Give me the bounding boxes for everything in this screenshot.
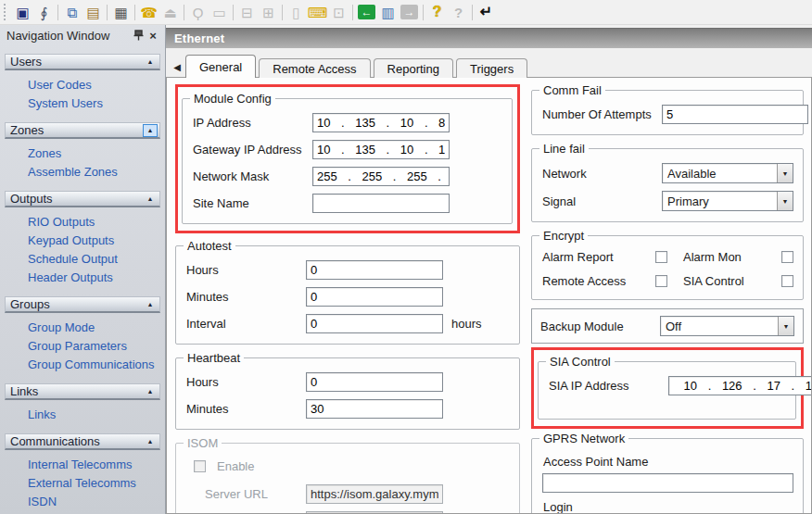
autotest-minutes-label: Minutes [186, 290, 306, 304]
datasheet-icon[interactable]: ▥ [377, 2, 399, 22]
autotest-interval-input[interactable] [306, 314, 443, 333]
copy-icon[interactable]: ⧉ [61, 2, 82, 22]
sia-ip-input[interactable] [668, 376, 812, 395]
nav-section-outputs[interactable]: Outputs ▲ [5, 191, 160, 207]
alarm-mon-checkbox[interactable] [781, 251, 793, 263]
interval-unit-label: hours [451, 317, 482, 331]
tab-remote-access[interactable]: Remote Access [259, 58, 370, 78]
attempts-input[interactable] [662, 105, 808, 124]
remote-access-checkbox[interactable] [655, 275, 667, 287]
network-mask-input[interactable] [312, 167, 450, 186]
back-arrow-icon[interactable]: ← [358, 5, 375, 19]
network-mask-label: Network Mask [193, 169, 312, 183]
computer-icon: ▯ [285, 2, 307, 22]
computer-send-icon[interactable]: ⌨ [307, 2, 328, 22]
sidebar-item-system-users[interactable]: System Users [3, 94, 162, 113]
backup-module-dropdown[interactable]: Off ▼ [660, 316, 794, 336]
ip-address-input[interactable] [312, 113, 450, 132]
collapse-arrow-icon[interactable]: ▲ [143, 56, 158, 69]
collapse-arrow-icon[interactable]: ▲ [143, 385, 158, 398]
sidebar-item-header-outputs[interactable]: Header Outputs [3, 269, 162, 287]
tab-scroll-left-icon[interactable]: ◀ [169, 57, 185, 77]
tab-reporting[interactable]: Reporting [374, 58, 453, 78]
nav-section-groups[interactable]: Groups ▲ [5, 296, 160, 313]
collapse-arrow-icon[interactable]: ▲ [143, 193, 158, 206]
sidebar-item-isdn[interactable]: ISDN [3, 493, 162, 511]
toolbar-separator [134, 5, 135, 20]
print-icon[interactable]: ▦ [110, 2, 132, 22]
upload-device-icon: ⏏ [159, 2, 181, 22]
sidebar-item-keypad-outputs[interactable]: Keypad Outputs [3, 232, 162, 250]
sidebar-item-schedule-output[interactable]: Schedule Output [3, 250, 162, 269]
sia-ip-label: SIA IP Address [549, 379, 668, 393]
heartbeat-minutes-input[interactable] [306, 399, 443, 419]
autotest-minutes-input[interactable] [306, 287, 443, 307]
isom-group: ISOM Enable Server URL Server Port [175, 443, 520, 514]
exit-icon[interactable]: ↵ [476, 2, 497, 22]
signal-dropdown[interactable]: Primary ▼ [662, 191, 793, 211]
network-dropdown[interactable]: Available ▼ [662, 163, 793, 183]
sidebar-item-group-communications[interactable]: Group Communications [3, 356, 162, 374]
sidebar-item-user-codes[interactable]: User Codes [3, 76, 162, 94]
sidebar-item-assemble-zones[interactable]: Assemble Zones [3, 163, 162, 182]
sia-control-highlight: SIA Control SIA IP Address [531, 347, 804, 429]
attach-icon[interactable]: ∮ [33, 2, 55, 22]
login-label: Login [543, 500, 793, 514]
save-icon[interactable]: ▣ [12, 2, 33, 22]
gateway-ip-input[interactable] [312, 140, 450, 159]
collapse-arrow-icon[interactable]: ▲ [143, 435, 158, 448]
navigation-window-title: Navigation Window [6, 29, 131, 43]
toolbar-grip [4, 4, 8, 20]
group-legend: Autotest [184, 239, 235, 253]
navigation-window-body: Users ▲ User Codes System Users Zones ▲ … [0, 45, 165, 514]
alarm-report-checkbox[interactable] [655, 251, 667, 263]
chevron-down-icon[interactable]: ▼ [778, 317, 793, 335]
apn-input[interactable] [542, 473, 793, 493]
paste-icon[interactable]: ▤ [82, 2, 104, 22]
nav-section-communications[interactable]: Communications ▲ [5, 433, 160, 450]
help-icon[interactable]: ? [426, 2, 448, 22]
tab-triggers[interactable]: Triggers [456, 58, 527, 78]
autotest-hours-label: Hours [186, 263, 306, 277]
pin-icon[interactable] [131, 28, 146, 43]
sidebar-item-links[interactable]: Links [3, 406, 162, 424]
folder-icon: ▭ [209, 2, 230, 22]
autotest-hours-input[interactable] [306, 260, 443, 280]
sidebar-item-group-parameters[interactable]: Group Parameters [3, 337, 162, 356]
nav-section-label: Links [10, 384, 38, 398]
sia-control-checkbox[interactable] [781, 275, 793, 287]
close-icon[interactable]: × [146, 28, 160, 43]
alarm-mon-label: Alarm Mon [683, 250, 781, 264]
comm-fail-group: Comm Fail Number Of Attempts [531, 90, 804, 135]
site-name-input[interactable] [312, 194, 450, 213]
sidebar-item-zones[interactable]: Zones [3, 144, 162, 163]
sidebar-item-rio-outputs[interactable]: RIO Outputs [3, 213, 162, 232]
sidebar-item-external-telecomms[interactable]: External Telecomms [3, 474, 162, 493]
main-panel: Ethernet ◀ General Remote Access Reporti… [166, 25, 812, 514]
heartbeat-hours-input[interactable] [306, 372, 443, 392]
nav-section-zones[interactable]: Zones ▲ [5, 122, 160, 139]
phone-connect-icon[interactable]: ☎ [138, 2, 159, 22]
forward-arrow-icon: → [400, 5, 418, 19]
group-legend: Heartbeat [184, 351, 244, 365]
chevron-down-icon[interactable]: ▼ [777, 164, 793, 182]
chevron-down-icon[interactable]: ▼ [777, 192, 793, 210]
tab-general[interactable]: General [185, 55, 256, 78]
collapse-arrow-icon[interactable]: ▲ [143, 298, 158, 311]
autotest-interval-label: Interval [186, 317, 306, 331]
toolbar-separator [472, 5, 473, 20]
attempts-label: Number Of Attempts [542, 107, 662, 121]
isom-enable-checkbox [194, 460, 206, 472]
gprs-network-group: GPRS Network Access Point Name Login Pas… [531, 438, 804, 514]
site-name-label: Site Name [193, 196, 312, 210]
form-left-column: Module Config IP Address Gateway IP Addr… [175, 82, 520, 513]
sia-control-label: SIA Control [683, 274, 781, 288]
sidebar-item-internal-telecomms[interactable]: Internal Telecomms [3, 456, 162, 474]
notebook-sync-icon: ⊞ [258, 2, 279, 22]
nav-section-users[interactable]: Users ▲ [5, 54, 160, 70]
context-help-icon: ? [448, 2, 469, 22]
nav-section-links[interactable]: Links ▲ [5, 383, 160, 400]
backup-module-box: Backup Module Off ▼ [531, 308, 804, 344]
collapse-arrow-icon[interactable]: ▲ [143, 124, 158, 137]
sidebar-item-group-mode[interactable]: Group Mode [3, 319, 162, 337]
